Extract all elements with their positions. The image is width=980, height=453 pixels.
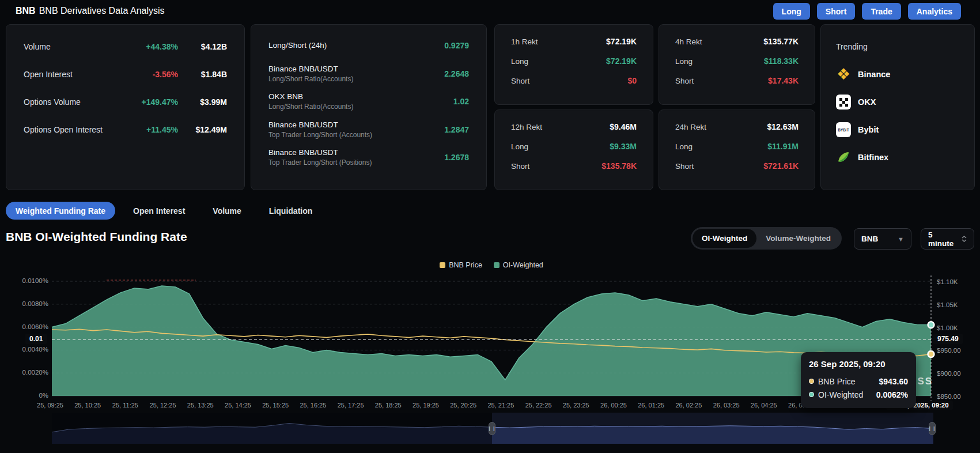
tooltip-series-label: BNB Price (818, 377, 875, 386)
x-axis-tick: 25, 14:25 (225, 402, 251, 409)
x-axis-tick: 25, 23:25 (563, 402, 589, 409)
right-axis-tick: $1.10K (937, 278, 958, 285)
x-axis-tick: 25, 15:25 (262, 402, 289, 409)
x-axis-tick: 25, 16:25 (300, 402, 326, 409)
right-axis-tick: $850.00 (937, 393, 961, 400)
x-axis-tick: 25, 18:25 (375, 402, 402, 409)
x-axis-tick: 26, 03:25 (713, 402, 740, 409)
funding-current-badge: 0.01 (25, 334, 47, 344)
tooltip-row: OI-Weighted0.0062% (809, 388, 908, 401)
right-axis-tick: $1.00K (937, 324, 958, 331)
x-axis-tick: 26, 04:25 (751, 402, 777, 409)
x-axis-tick: 26, 00:25 (600, 402, 627, 409)
left-axis-tick: 0.0040% (14, 346, 48, 353)
x-axis-tick: 26, 02:25 (675, 402, 702, 409)
tooltip-series-value: $943.60 (879, 377, 908, 386)
tooltip-series-value: 0.0062% (876, 390, 908, 399)
right-axis-tick: $1.05K (937, 301, 958, 308)
x-axis-tick: 25, 22:25 (525, 402, 552, 409)
x-axis-tick: 25, 17:25 (338, 402, 364, 409)
price-current-badge: 975.49 (933, 334, 963, 344)
x-axis-tick: 25, 13:25 (187, 402, 214, 409)
left-axis-tick: 0% (14, 392, 48, 399)
tooltip-timestamp: 26 Sep 2025, 09:20 (809, 359, 908, 369)
tooltip-series-dot (809, 392, 814, 397)
x-axis-tick: 25, 10:25 (74, 402, 101, 409)
left-axis-tick: 0.0020% (14, 369, 48, 376)
x-axis-tick: 25, 21:25 (487, 402, 514, 409)
x-axis-tick: 25, 19:25 (413, 402, 439, 409)
left-axis-tick: 0.0080% (14, 300, 48, 307)
tooltip-rows: BNB Price$943.60OI-Weighted0.0062% (809, 375, 908, 401)
tooltip-series-dot (809, 379, 814, 384)
left-axis-tick: 0.0060% (14, 323, 48, 330)
x-axis-tick: 25, 11:25 (112, 402, 138, 409)
navigator-right-handle[interactable]: ❙❙ (929, 422, 936, 435)
right-axis-tick: $950.00 (937, 347, 961, 354)
x-axis-tick: 25, 09:25 (37, 402, 63, 409)
left-axis-tick: 0.0100% (14, 277, 48, 284)
derivatives-dashboard: BNBBNB Derivatives Data Analysis LongSho… (0, 0, 980, 453)
x-axis-tick: 25, 12:25 (150, 402, 176, 409)
right-axis-tick: $900.00 (937, 370, 961, 377)
x-axis-tick: 25, 20:25 (450, 402, 476, 409)
tooltip-series-label: OI-Weighted (818, 390, 872, 399)
tooltip-row: BNB Price$943.60 (809, 375, 908, 388)
chart-tooltip: 26 Sep 2025, 09:20 BNB Price$943.60OI-We… (801, 352, 916, 408)
navigator-left-handle[interactable]: ❙❙ (489, 422, 495, 435)
x-axis-tick: 26, 01:25 (638, 402, 664, 409)
